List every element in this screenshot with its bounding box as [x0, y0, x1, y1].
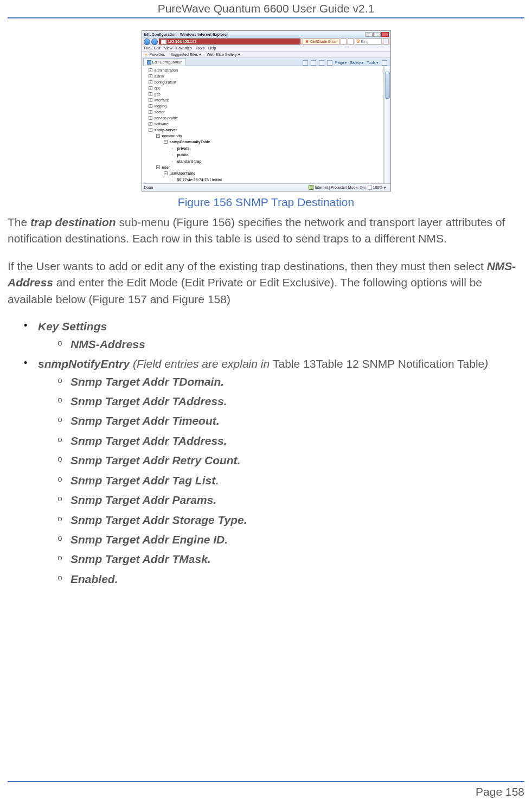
window-minimize-button[interactable]: [365, 32, 373, 37]
list-sub-item: Snmp Target Addr Tag List.: [38, 472, 524, 489]
tree-node[interactable]: +gps: [149, 91, 383, 97]
ie-tab-strip: Edit Configuration Page ▾ Safety ▾ Tools…: [142, 58, 390, 66]
tree-node[interactable]: +configuration: [149, 79, 383, 85]
list-item: snmpNotifyEntry (Field entries are expla…: [8, 356, 524, 587]
list-sub-item: Enabled.: [38, 571, 524, 587]
tree-node-snmp-server[interactable]: −snmp-server −community −snmpCommunityTa…: [149, 127, 383, 183]
ie-nav-toolbar: 192.168.250.163 ✖ Certificate Error ⦿ Bi…: [142, 38, 390, 45]
feeds-icon[interactable]: [311, 60, 316, 66]
address-bar-text: 192.168.250.163: [168, 40, 197, 43]
footer-rule: [8, 781, 524, 782]
figure-caption: Figure 156 SNMP Trap Destination: [8, 196, 524, 209]
tree-leaf[interactable]: private: [171, 145, 383, 151]
address-bar[interactable]: 192.168.250.163: [159, 39, 301, 44]
tab-favicon-icon: [147, 60, 151, 65]
forward-button-icon[interactable]: [151, 39, 158, 45]
paragraph-1: The trap destination sub-menu (Figure 15…: [8, 214, 524, 247]
certificate-error-text: Certificate Error: [310, 40, 336, 43]
ie-title-text: Edit Configuration - Windows Internet Ex…: [144, 33, 228, 36]
list-sub-item: NMS-Address: [38, 336, 524, 353]
screenshot-ie-window: Edit Configuration - Windows Internet Ex…: [142, 30, 391, 191]
tab-label: Edit Configuration: [152, 60, 183, 64]
print-icon[interactable]: [327, 60, 332, 66]
zoom-dropdown-icon[interactable]: ▾: [384, 185, 386, 190]
status-protected-mode: Internet | Protected Mode: On: [315, 185, 365, 189]
refresh-icon[interactable]: [341, 39, 347, 44]
list-sub-item: Snmp Target Addr Params.: [38, 492, 524, 508]
menu-tools[interactable]: Tools: [196, 46, 204, 50]
tree-leaf[interactable]: public: [171, 151, 383, 158]
tree-node[interactable]: −snmpCommunityTable private public stand…: [164, 139, 383, 164]
list-sub-item: Snmp Target Addr Retry Count.: [38, 452, 524, 469]
window-maximize-button[interactable]: [373, 32, 381, 37]
tree-node-user[interactable]: −user −usmUserTable 50:77:4e:35:74:73 / …: [156, 164, 383, 183]
list-sub-item: Snmp Target Addr TAddress.: [38, 393, 524, 410]
favorites-suggested-sites[interactable]: Suggested Sites ▾: [170, 53, 201, 57]
list-sub-item: Snmp Target Addr Engine ID.: [38, 532, 524, 548]
tree-node[interactable]: +administration: [149, 67, 383, 73]
tree-node[interactable]: +interface: [149, 97, 383, 103]
favorites-star-icon[interactable]: ★: [144, 53, 148, 57]
certificate-error-button[interactable]: ✖ Certificate Error: [303, 39, 339, 44]
header-rule: [8, 17, 524, 18]
page-number: Page 158: [476, 785, 524, 798]
list-sub-item: Snmp Target Addr TMask.: [38, 551, 524, 567]
window-close-button[interactable]: [381, 32, 389, 37]
list-sub-item: Snmp Target Addr TDomain.: [38, 374, 524, 390]
back-button-icon[interactable]: [144, 39, 150, 45]
protected-mode-shield-icon: [309, 185, 313, 190]
tab-edit-configuration[interactable]: Edit Configuration: [143, 58, 187, 66]
menu-view[interactable]: View: [164, 46, 172, 50]
list-sub-item: Snmp Target Addr TAddress.: [38, 433, 524, 449]
ie-content-area: +administration +alarm +configuration +c…: [142, 66, 390, 183]
search-box[interactable]: ⦿ Bing: [355, 39, 382, 44]
tree-node[interactable]: +software: [149, 121, 383, 127]
ie-menubar: File Edit View Favorites Tools Help: [142, 45, 390, 52]
ie-favorites-row: ★ Favorites Suggested Sites ▾ Web Slice …: [142, 52, 390, 58]
tree-node[interactable]: +cpe: [149, 85, 383, 91]
stop-icon[interactable]: [348, 39, 354, 44]
toolbar-tools[interactable]: Tools ▾: [367, 61, 379, 65]
menu-edit[interactable]: Edit: [154, 46, 161, 50]
vertical-scrollbar[interactable]: [384, 66, 390, 183]
search-placeholder: Bing: [361, 40, 369, 43]
menu-file[interactable]: File: [144, 46, 150, 50]
list-sub-item: Snmp Target Addr Timeout.: [38, 413, 524, 429]
toolbar-safety[interactable]: Safety ▾: [350, 61, 364, 65]
paragraph-2: If the User wants to add or edit any of …: [8, 258, 524, 308]
tree-node-community[interactable]: −community −snmpCommunityTable private p…: [156, 133, 383, 164]
home-icon[interactable]: [303, 60, 308, 66]
tree-leaf[interactable]: 50:77:4e:35:74:73 / initial: [171, 176, 383, 183]
menu-help[interactable]: Help: [208, 46, 216, 50]
tree-node[interactable]: +logging: [149, 103, 383, 109]
favorites-label[interactable]: Favorites: [150, 53, 165, 56]
list-sub-item: Snmp Target Addr Storage Type.: [38, 512, 524, 528]
search-go-icon[interactable]: [383, 39, 389, 44]
tree-node[interactable]: +sector: [149, 109, 383, 115]
menu-favorites[interactable]: Favorites: [176, 46, 192, 50]
scrollbar-thumb[interactable]: [385, 72, 390, 99]
config-tree: +administration +alarm +configuration +c…: [142, 67, 383, 183]
bulleted-list: Key Settings NMS-Address snmpNotifyEntry…: [8, 318, 524, 587]
list-item: Key Settings NMS-Address: [8, 318, 524, 353]
config-tree-pane: +administration +alarm +configuration +c…: [142, 66, 384, 183]
ie-status-bar: Done Internet | Protected Mode: On 100% …: [142, 183, 390, 191]
toolbar-page[interactable]: Page ▾: [335, 61, 347, 65]
tree-node[interactable]: +alarm: [149, 73, 383, 79]
tree-leaf[interactable]: 50:77:4e:35:74:73 / initial_auth: [171, 183, 383, 183]
site-favicon-icon: [161, 40, 166, 44]
tree-node[interactable]: −usmUserTable 50:77:4e:35:74:73 / initia…: [164, 170, 383, 183]
help-icon[interactable]: [382, 60, 387, 66]
favorites-web-slice-gallery[interactable]: Web Slice Gallery ▾: [207, 53, 240, 57]
zoom-icon[interactable]: [368, 185, 372, 190]
tree-node[interactable]: +service-profile: [149, 115, 383, 121]
status-zoom[interactable]: 100%: [373, 185, 383, 189]
tree-leaf[interactable]: standard-trap: [171, 158, 383, 164]
ie-titlebar: Edit Configuration - Windows Internet Ex…: [142, 31, 390, 38]
doc-title: PureWave Quantum 6600 User Guide v2.1: [8, 2, 524, 15]
status-done: Done: [144, 185, 153, 189]
mail-icon[interactable]: [319, 60, 324, 66]
